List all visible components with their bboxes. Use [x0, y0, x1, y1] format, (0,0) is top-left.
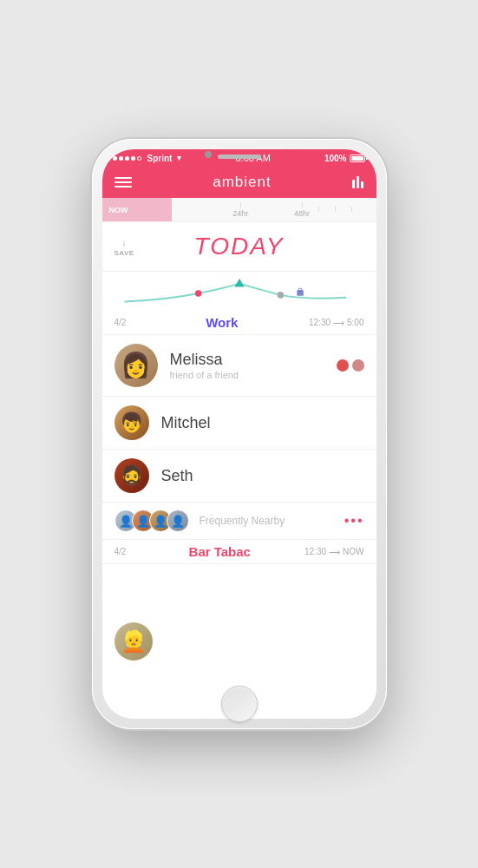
phone-screen: Sprint ▾ 8:08 AM 100% ambient	[102, 149, 377, 719]
svg-rect-0	[298, 288, 302, 291]
nav-bar: ambient	[102, 167, 377, 198]
record-btn-on[interactable]	[337, 359, 349, 372]
today-section: ↓ SAVE TODAY	[102, 222, 377, 272]
timeline-mark-line-24	[240, 202, 241, 207]
timeline-tick-line-2	[335, 207, 336, 212]
timeline-mark-line-48	[302, 202, 303, 207]
battery-fill	[351, 156, 363, 161]
battery-label: 100%	[324, 154, 347, 163]
nearby-avatars: 👤 👤 👤 👤	[115, 510, 189, 532]
sliders-button[interactable]	[352, 176, 363, 188]
mitchel-info: Mitchel	[161, 414, 364, 432]
event-marker-2	[277, 292, 284, 299]
hamburger-line-3	[115, 186, 132, 187]
hamburger-line-1	[115, 177, 132, 179]
avatar-melissa: 👩	[115, 344, 158, 387]
signal-dot-1	[113, 156, 117, 161]
hamburger-line-2	[115, 181, 132, 183]
contact-item-melissa[interactable]: 👩 Melissa friend of a friend	[102, 335, 377, 397]
timeline-now-label: NOW	[102, 198, 172, 221]
timeline-curve	[102, 272, 377, 311]
signal-dots	[113, 156, 141, 161]
melissa-name: Melissa	[170, 351, 337, 369]
timeline-mark-tick3	[351, 207, 352, 214]
timeline-mark-tick1	[318, 207, 319, 214]
bar-tabac-time: 12:30 ⟶ NOW	[304, 547, 363, 556]
slider-bar-2	[357, 176, 359, 188]
seth-info: Seth	[161, 467, 364, 485]
hamburger-button[interactable]	[115, 177, 132, 187]
avatar-seth: 🧔	[115, 458, 149, 493]
signal-dot-2	[119, 156, 123, 161]
melissa-emoji: 👩	[121, 353, 151, 378]
seth-emoji: 🧔	[120, 466, 143, 485]
contact-item-seth[interactable]: 🧔 Seth	[102, 450, 377, 503]
seth-name: Seth	[161, 467, 364, 485]
battery-icon	[350, 155, 365, 162]
peak-marker	[234, 278, 244, 286]
nearby-emoji-3: 👤	[154, 515, 167, 528]
signal-dot-3	[125, 156, 129, 161]
work-event-row[interactable]: 4/2 Work 12:30 ⟶ 5:00	[102, 311, 377, 335]
signal-dot-5	[137, 156, 141, 161]
bar-tabac-arrow: ⟶	[329, 548, 340, 556]
contact-item-mitchel[interactable]: 👦 Mitchel	[102, 397, 377, 450]
bar-tabac-date: 4/2	[115, 547, 135, 556]
status-right: 100%	[324, 154, 366, 163]
save-button[interactable]: ↓ SAVE	[115, 237, 134, 257]
bar-tabac-event-row[interactable]: 4/2 Bar Tabac 12:30 ⟶ NOW	[102, 540, 377, 564]
today-label: TODAY	[194, 233, 285, 260]
melissa-actions	[337, 359, 364, 372]
work-event-time: 12:30 ⟶ 5:00	[309, 318, 364, 327]
mitchel-emoji: 👦	[120, 413, 143, 432]
home-button[interactable]	[221, 686, 258, 722]
timeline-scrubber[interactable]: NOW 24hr 48hr	[102, 198, 377, 222]
melissa-info: Melissa friend of a friend	[170, 351, 337, 380]
mitchel-name: Mitchel	[161, 414, 364, 432]
phone-frame: Sprint ▾ 8:08 AM 100% ambient	[92, 139, 387, 729]
phone-camera	[205, 151, 212, 158]
signal-dot-4	[131, 156, 135, 161]
melissa-sub: friend of a friend	[170, 370, 337, 380]
save-arrow-icon: ↓	[121, 237, 127, 247]
nearby-emoji-4: 👤	[171, 515, 185, 528]
bar-tabac-name: Bar Tabac	[135, 544, 305, 559]
nearby-label: Frequently Nearby	[200, 515, 344, 527]
nearby-emoji-2: 👤	[136, 515, 150, 528]
activity-curve	[116, 276, 363, 311]
partial-emoji: 👱	[121, 629, 147, 654]
app-title: ambient	[213, 174, 271, 191]
work-event-date: 4/2	[115, 318, 135, 327]
more-button[interactable]: •••	[344, 513, 364, 529]
avatar-partial: 👱	[115, 622, 153, 661]
timeline-tick-line-3	[351, 207, 352, 212]
timeline-mark-tick2	[335, 207, 336, 214]
carrier-label: Sprint	[147, 154, 173, 163]
nearby-avatar-4: 👤	[167, 510, 189, 532]
timeline-marks: 24hr 48hr	[172, 198, 377, 221]
work-event-name: Work	[135, 315, 310, 330]
slider-bar-3	[361, 181, 363, 188]
status-left: Sprint ▾	[113, 154, 182, 163]
wifi-icon: ▾	[177, 154, 181, 162]
timeline-mark-24: 24hr	[232, 202, 248, 218]
record-btn-off[interactable]	[352, 359, 364, 372]
frequently-nearby-row[interactable]: 👤 👤 👤 👤 Frequently Nearby •••	[102, 503, 377, 540]
work-time-arrow: ⟶	[333, 319, 344, 327]
avatar-mitchel: 👦	[115, 405, 149, 440]
phone-speaker	[218, 155, 261, 159]
slider-bar-1	[352, 180, 355, 188]
timeline-mark-48: 48hr	[294, 202, 310, 218]
event-marker-1	[194, 290, 201, 297]
nearby-emoji-1: 👤	[119, 515, 133, 528]
timeline-tick-line-1	[318, 207, 319, 212]
save-label: SAVE	[115, 249, 134, 257]
